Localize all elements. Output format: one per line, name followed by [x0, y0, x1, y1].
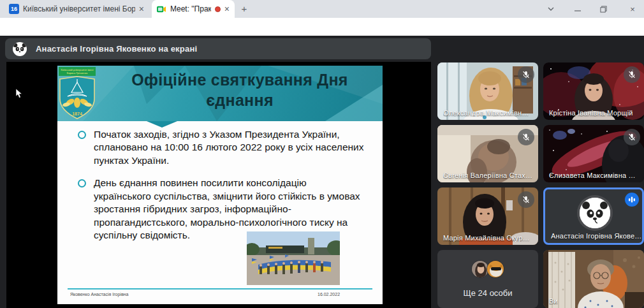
slide-header-notch — [147, 121, 177, 128]
mic-off-icon — [624, 129, 640, 145]
self-tile[interactable]: Ви — [543, 250, 644, 308]
new-tab-button[interactable]: + — [238, 3, 250, 15]
tab-title: Київський університет імені Бор — [23, 4, 135, 13]
mic-off-icon — [518, 66, 534, 83]
browser-address-bar: ← → meet.google.com/srk-xsgr-xoy?authuse… — [0, 18, 644, 36]
slide-footer-date: 16.02.2022 — [318, 292, 340, 297]
screen: 16 Київський університет імені Бор × Mee… — [0, 0, 644, 308]
calendar-favicon: 16 — [9, 4, 19, 14]
university-logo: Київський університет імені Бориса Грінч… — [59, 67, 96, 120]
participant-avatars — [437, 260, 538, 278]
flag-march-photo — [247, 231, 340, 285]
mic-off-icon — [518, 129, 534, 145]
presenting-banner-text: Анастасія Ігорівна Яковенко на екрані — [36, 44, 197, 54]
participant-name: Олександра Максимівн… — [443, 109, 529, 117]
more-participants-label: Ще 24 особи — [437, 288, 538, 298]
window-close-button[interactable]: × — [627, 4, 638, 14]
tab-meet[interactable]: Meet: "Практична робота N × — [152, 0, 235, 18]
self-label: Ви — [549, 297, 558, 305]
university-logo-caption: Київський університет імені Бориса Грінч… — [59, 67, 96, 76]
university-logo-year: 1874 — [59, 112, 96, 116]
participant-tile-yevheniia[interactable]: Євгенія Валеріївна Стах… — [437, 125, 538, 182]
presentation-slide: Офіційне святкування Дня єднання Київськ… — [57, 66, 383, 304]
audio-activity-icon — [625, 193, 639, 207]
participant-tile-yelyzaveta[interactable]: Єлизавета Максимівна … — [543, 125, 644, 182]
tab-title: Meet: "Практична робота N — [170, 4, 211, 13]
participant-tile-kristina[interactable]: Крістіна Іванівна Морщій — [543, 62, 644, 120]
participant-name: Марія Михайлівна Скур… — [443, 234, 530, 242]
participant-name: Анастасія Ігорівна Якове… — [551, 232, 641, 240]
participant-tile-oleksandra[interactable]: Олександра Максимівн… — [437, 62, 538, 120]
tab-close-icon[interactable]: × — [224, 4, 230, 13]
participant-name: Єлизавета Максимівна … — [549, 172, 636, 179]
participant-tile-anastasiia-speaking[interactable]: Анастасія Ігорівна Якове… — [543, 187, 644, 245]
shared-screen-stage[interactable]: Офіційне святкування Дня єднання Київськ… — [6, 62, 431, 308]
mic-off-icon — [518, 191, 534, 208]
slide-footer-line — [68, 288, 372, 290]
mic-off-icon — [624, 66, 640, 83]
participant-name: Євгенія Валеріївна Стах… — [443, 172, 532, 179]
slide-title: Офіційне святкування Дня єднання — [101, 70, 379, 110]
panda-avatar-icon — [13, 42, 27, 56]
slide-footer-author: Яковенко Анастасія Ігорівна — [70, 292, 128, 297]
recording-indicator-icon — [215, 6, 221, 12]
tab-university[interactable]: 16 Київський університет імені Бор × — [4, 0, 149, 18]
window-minimize-button[interactable] — [573, 4, 583, 14]
meet-favicon — [157, 4, 166, 14]
self-video — [543, 250, 644, 308]
mouse-cursor-icon — [15, 89, 24, 99]
tab-search-chevron-icon[interactable] — [546, 4, 556, 14]
presenting-banner: Анастасія Ігорівна Яковенко на екрані — [5, 38, 431, 59]
participant-tile-mariia[interactable]: Марія Михайлівна Скур… — [437, 187, 538, 245]
participant-avatar — [487, 260, 504, 278]
panda-avatar — [577, 195, 613, 231]
window-restore-button[interactable] — [598, 4, 608, 14]
browser-tab-strip: 16 Київський університет імені Бор × Mee… — [0, 0, 644, 18]
more-participants-tile[interactable]: Ще 24 особи — [437, 250, 538, 308]
meet-app: Анастасія Ігорівна Яковенко на екрані — [0, 36, 644, 308]
participant-name: Крістіна Іванівна Морщій — [549, 109, 633, 117]
slide-bullet: Початок заходів, згідно з Указом Президе… — [77, 128, 365, 167]
tab-close-icon[interactable]: × — [139, 4, 144, 13]
